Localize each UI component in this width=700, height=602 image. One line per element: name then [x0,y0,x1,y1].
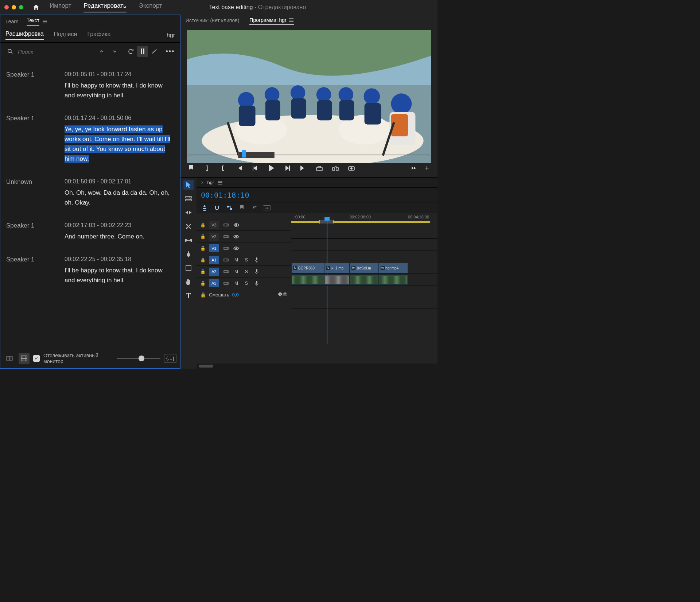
track-monitor-checkbox[interactable]: ✓ [33,355,40,362]
search-icon[interactable] [5,46,16,57]
sync-lock-icon[interactable] [223,269,229,274]
sequence-tab[interactable]: hgr [207,180,214,185]
transport-more-icon[interactable] [410,164,418,172]
tab-text[interactable]: Текст [27,18,39,26]
track-header-a3[interactable]: 🔒 A3 M S [197,277,291,289]
edit-pencil-icon[interactable] [149,46,160,57]
view-mode-b-icon[interactable] [19,353,30,364]
marker-opt-icon[interactable] [238,204,245,211]
scrub-playhead[interactable] [242,150,246,158]
audio-clip[interactable] [291,275,324,285]
lock-icon[interactable]: 🔒 [200,269,205,274]
audio-clip[interactable] [379,275,408,285]
sync-lock-icon[interactable] [223,223,229,227]
lock-icon[interactable]: 🔒 [200,222,205,228]
track-header-v2[interactable]: 🔒 V2 [197,231,291,242]
extract-icon[interactable] [331,164,339,172]
tab-learn[interactable]: Learn [5,19,19,24]
track-header-v3[interactable]: 🔒 V3 [197,219,291,231]
scrub-start-handle[interactable] [188,154,191,156]
mix-row[interactable]: 🔒 Смешать 0,0 �후 [197,289,291,300]
track-label[interactable]: A2 [209,268,219,276]
track-lane-v1[interactable]: fxGOPR869 fxjk_1.mp fx1to9all.m fxhgr.mp… [291,262,438,274]
play-icon[interactable] [267,164,275,172]
mic-icon[interactable] [253,269,260,274]
rectangle-tool-icon[interactable] [183,263,194,273]
track-label[interactable]: A3 [209,279,219,287]
zoom-slider-knob[interactable] [139,356,144,361]
track-select-tool-icon[interactable] [183,194,194,204]
wrench-opt-icon[interactable] [250,204,258,211]
pause-toggle-icon[interactable] [137,46,148,57]
refresh-transcript-icon[interactable] [125,46,136,57]
lock-icon[interactable]: 🔒 [200,281,205,286]
solo-label[interactable]: S [243,269,250,274]
next-result-icon[interactable] [109,46,120,57]
add-marker-icon[interactable] [187,164,195,172]
track-label[interactable]: A1 [209,256,219,264]
step-forward-icon[interactable] [283,164,291,172]
mic-icon[interactable] [253,281,260,286]
audio-clip[interactable] [350,275,379,285]
lift-icon[interactable] [315,164,323,172]
track-lane-a2[interactable] [291,286,438,297]
zoom-slider[interactable] [117,358,160,359]
sync-lock-icon[interactable] [223,281,229,286]
video-clip[interactable]: fxjk_1.mp [324,263,350,273]
sync-lock-icon[interactable] [223,234,229,239]
export-frame-icon[interactable] [347,164,355,172]
type-tool-icon[interactable]: T [183,291,194,301]
sequence-close-icon[interactable]: × [201,180,204,185]
mark-out-icon[interactable] [219,164,227,172]
mark-in-icon[interactable] [203,164,211,172]
mute-label[interactable]: M [233,257,240,263]
solo-label[interactable]: S [243,257,250,263]
segment-text[interactable]: And number three. Come on. [65,232,174,241]
pen-tool-icon[interactable] [183,249,194,259]
tab-edit[interactable]: Редактировать [83,2,126,12]
segment-text[interactable]: I'll be happy to know that. I do know an… [65,81,174,100]
track-label[interactable]: V2 [209,233,219,241]
work-area-bar[interactable] [291,221,430,223]
hand-tool-icon[interactable] [183,277,194,287]
tab-import[interactable]: Импорт [50,2,71,12]
button-editor-add-icon[interactable]: + [423,164,431,172]
scrub-end-handle[interactable] [427,154,430,156]
ripple-tool-icon[interactable] [183,207,194,218]
sync-lock-icon[interactable] [223,246,229,250]
track-lane-v3[interactable] [291,239,438,250]
razor-tool-icon[interactable] [183,221,194,232]
solo-label[interactable]: S [243,281,250,286]
close-window[interactable] [4,5,9,9]
transcript-segment[interactable]: Speaker 1 00:02:17:03 - 00:02:22:23 And … [0,215,180,249]
tab-program[interactable]: Программа: hgr [249,17,293,25]
view-mode-a-icon[interactable] [4,353,15,364]
snap-icon[interactable] [201,204,208,211]
track-header-a2[interactable]: 🔒 A2 M S [197,266,291,277]
transcript-segment[interactable]: Unknown 00:01:50:09 - 00:02:17:01 Oh. Oh… [0,171,180,215]
subtab-transcript[interactable]: Расшифровка [5,31,44,40]
timeline-ruler[interactable]: :00:00 00:02:08:00 00:04:16:00 [291,213,438,239]
mix-out-icon[interactable]: �후 [278,291,287,298]
mic-icon[interactable] [253,257,260,263]
segment-text-selected[interactable]: Ye, ye, ye look forward fasten as up wor… [65,125,170,163]
mix-value[interactable]: 0,0 [232,292,239,298]
linked-selection-icon[interactable] [226,204,233,211]
subtab-graphics[interactable]: Графика [87,31,110,40]
lock-icon[interactable]: 🔒 [200,257,205,263]
video-clip[interactable]: fxhgr.mp4 [379,263,408,273]
footer-more-button[interactable]: {…} [164,354,176,363]
eye-icon[interactable] [233,246,240,250]
step-back-icon[interactable] [251,164,259,172]
mute-label[interactable]: M [233,269,240,274]
track-lane-a1[interactable] [291,274,438,286]
track-header-a1[interactable]: 🔒 A1 M S [197,254,291,266]
panel-menu-icon[interactable] [218,180,223,185]
sync-lock-icon[interactable] [223,258,229,262]
track-lane-a3[interactable] [291,297,438,309]
tab-source[interactable]: Источник: (нет клипов) [186,18,239,25]
transcript-list[interactable]: Speaker 1 00:01:05:01 - 00:01:17:24 I'll… [0,60,180,348]
video-clip[interactable]: fxGOPR869 [291,263,324,273]
subtab-captions[interactable]: Подписи [54,31,77,40]
transcript-segment[interactable]: Speaker 1 00:02:22:25 - 00:02:35:18 I'll… [0,249,180,292]
